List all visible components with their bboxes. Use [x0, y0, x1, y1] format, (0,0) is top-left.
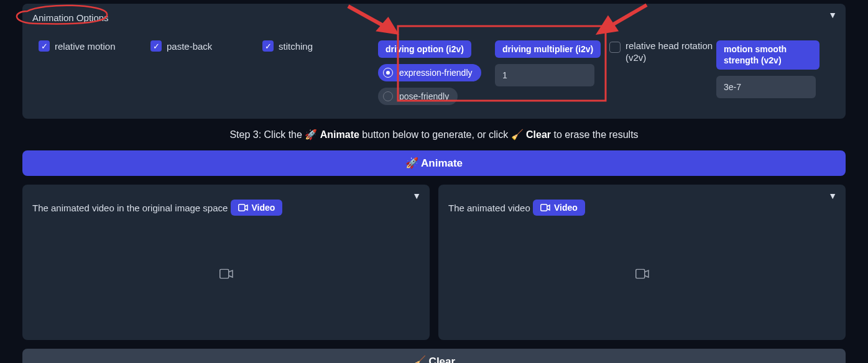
collapse-icon[interactable]: ▼	[828, 10, 837, 20]
stitching-label: stitching	[279, 41, 313, 52]
svg-rect-2	[541, 204, 547, 211]
relative-motion-checkbox[interactable]: ✓ relative motion	[39, 40, 150, 52]
step3-mid: button below to generate, or click 🧹	[359, 129, 526, 140]
video-pill-right-label: Video	[554, 203, 578, 213]
clear-button[interactable]: 🧹 Clear	[22, 349, 846, 363]
video-pill-left: Video	[231, 200, 283, 216]
video-placeholder-icon	[219, 269, 233, 281]
video-camera-icon	[540, 204, 550, 211]
motion-smooth-group: motion smooth strength (v2v)	[716, 40, 820, 98]
checkmark-icon: ✓	[39, 40, 50, 52]
motion-smooth-chip: motion smooth strength (v2v)	[716, 40, 820, 70]
driving-multiplier-input[interactable]	[495, 64, 594, 86]
driving-option-expression-friendly[interactable]: expression-friendly	[378, 64, 481, 81]
driving-option-expression-label: expression-friendly	[399, 68, 473, 78]
svg-rect-3	[635, 269, 644, 278]
animation-options-panel: Animation Options ▼ ✓ relative motion ✓ …	[22, 4, 846, 119]
paste-back-checkbox[interactable]: ✓ paste-back	[150, 40, 262, 52]
checkmark-icon: ✓	[262, 40, 274, 52]
video-placeholder-icon	[635, 269, 649, 281]
video-panel-animated: The animated video ▼ Video	[438, 185, 846, 340]
step3-prefix: Step 3: Click the 🚀	[229, 129, 320, 140]
svg-rect-0	[238, 204, 244, 211]
checkbox-empty-icon	[609, 42, 621, 53]
relative-head-rotation-checkbox[interactable]: relative head rotation (v2v)	[609, 40, 714, 64]
relative-motion-label: relative motion	[55, 41, 116, 52]
animate-button[interactable]: 🚀 Animate	[22, 150, 846, 176]
radio-selected-icon	[383, 68, 393, 78]
step3-suffix: to erase the results	[551, 129, 639, 140]
driving-multiplier-chip: driving multiplier (i2v)	[495, 40, 601, 58]
radio-unselected-icon	[383, 91, 393, 101]
animation-options-title: Animation Options	[32, 12, 109, 23]
relative-head-rotation-label: relative head rotation (v2v)	[626, 40, 714, 64]
collapse-icon[interactable]: ▼	[412, 191, 421, 201]
driving-option-chip: driving option (i2v)	[378, 40, 471, 58]
video-panels-row: The animated video in the original image…	[22, 185, 846, 340]
collapse-icon[interactable]: ▼	[828, 191, 837, 201]
driving-option-group: driving option (i2v) expression-friendly…	[378, 40, 492, 105]
video-pill-right: Video	[533, 200, 585, 216]
step3-instruction: Step 3: Click the 🚀 Animate button below…	[22, 129, 846, 140]
step3-clear-word: Clear	[526, 129, 551, 140]
video-right-title: The animated video	[448, 203, 530, 213]
video-camera-icon	[238, 204, 248, 211]
checkmark-icon: ✓	[150, 40, 162, 52]
video-panel-original-space: The animated video in the original image…	[22, 185, 430, 340]
paste-back-label: paste-back	[167, 41, 212, 52]
step3-animate-word: Animate	[320, 129, 359, 140]
svg-rect-1	[219, 269, 228, 278]
video-pill-left-label: Video	[252, 203, 275, 213]
driving-option-pose-friendly[interactable]: pose-friendly	[378, 88, 458, 105]
stitching-checkbox[interactable]: ✓ stitching	[262, 40, 378, 52]
motion-smooth-input[interactable]	[716, 76, 816, 98]
options-row: ✓ relative motion ✓ paste-back ✓ stitchi…	[32, 40, 836, 105]
driving-multiplier-group: driving multiplier (i2v)	[495, 40, 607, 86]
driving-option-pose-label: pose-friendly	[399, 91, 449, 101]
video-left-title: The animated video in the original image…	[32, 203, 228, 213]
